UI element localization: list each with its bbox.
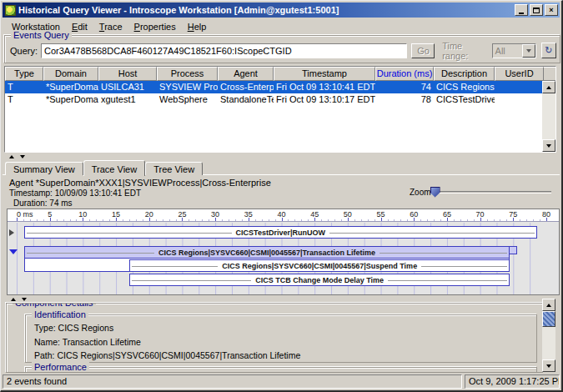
trace-bar-transaction-lifetime[interactable]: CICS Regions|SYSVC660|CSMI|0045567|Trans… <box>24 246 510 259</box>
axis-minor-tick <box>374 219 375 221</box>
axis-minor-tick <box>434 219 435 221</box>
minimize-button[interactable] <box>515 4 528 16</box>
tab-tree-view[interactable]: Tree View <box>145 162 203 175</box>
splitter-top[interactable] <box>3 153 560 160</box>
menu-item-trace[interactable]: Trace <box>93 20 128 33</box>
axis-tick <box>116 218 117 221</box>
axis-minor-tick <box>341 219 342 221</box>
agent-line: Agent *SuperDomain*XXX1|SYSVIEWProcess|C… <box>9 178 271 188</box>
cell-description: CICS Regions|SY... <box>434 81 495 93</box>
axis-minor-tick <box>76 219 77 221</box>
title-bar[interactable]: Historical Query Viewer - Introscope Wor… <box>3 3 560 18</box>
axis-tick-label: 0 ms <box>17 210 33 219</box>
axis-minor-tick <box>43 219 44 221</box>
scroll-up-button[interactable] <box>542 81 555 93</box>
go-button[interactable]: Go <box>411 43 435 58</box>
time-range-value: All <box>493 46 522 56</box>
zoom-slider[interactable] <box>432 191 551 193</box>
axis-minor-tick <box>328 219 329 221</box>
axis-tick <box>447 218 448 221</box>
axis-tick <box>17 218 18 221</box>
tab-trace-view[interactable]: Trace View <box>83 160 145 176</box>
scroll-down-button[interactable] <box>542 359 555 372</box>
splitter-bottom[interactable] <box>4 296 558 303</box>
table-body: T*SuperDomain*USILCA31SYSVIEW ProcessCro… <box>5 81 555 106</box>
collapse-up-button[interactable] <box>8 154 15 160</box>
axis-tick <box>50 218 51 221</box>
column-header-description[interactable]: Description <box>434 67 495 81</box>
app-window: Historical Query Viewer - Introscope Wor… <box>0 0 563 392</box>
table-row[interactable]: T*SuperDomain*USILCA31SYSVIEW ProcessCro… <box>5 81 555 93</box>
time-range-select[interactable]: All <box>492 43 536 58</box>
component-details-group: Component Details Identification Type: C… <box>6 303 543 373</box>
duration-line: Duration: 74 ms <box>13 199 73 208</box>
menu-bar: WorkstationEditTracePropertiesHelp <box>3 18 560 34</box>
column-header-agent[interactable]: Agent <box>218 67 274 81</box>
axis-minor-tick <box>143 219 143 221</box>
timeline-bars-area: CICSTestDriver|RunUOWCICS Regions|SYSVC6… <box>8 223 559 294</box>
arrow-down-icon <box>546 144 551 148</box>
events-query-group: Events Query Query: Go Time range: All ↻ <box>4 35 560 63</box>
axis-minor-tick <box>269 219 269 221</box>
column-header-duration-ms[interactable]: Duration (ms) <box>375 67 434 81</box>
maximize-button[interactable] <box>530 4 543 16</box>
axis-minor-tick <box>301 219 302 221</box>
cell-host: xgutest1 <box>98 93 157 106</box>
refresh-icon: ↻ <box>545 45 552 56</box>
menu-item-help[interactable]: Help <box>182 20 213 33</box>
axis-minor-tick <box>467 219 468 221</box>
axis-minor-tick <box>500 219 500 221</box>
column-header-timestamp[interactable]: Timestamp <box>274 67 375 81</box>
close-button[interactable]: × <box>545 4 558 16</box>
query-label: Query: <box>10 46 38 56</box>
axis-minor-tick <box>540 219 540 221</box>
scrollbar-thumb[interactable] <box>542 311 555 327</box>
table-row[interactable]: T*SuperDomain*xgutest1WebSphereStandalon… <box>5 93 555 106</box>
arrow-down-icon <box>546 364 551 368</box>
zoom-slider-thumb[interactable] <box>430 187 440 198</box>
query-tool-button[interactable]: ↻ <box>541 43 556 58</box>
column-header-type[interactable]: Type <box>5 67 43 81</box>
trace-bar-lifetime-notch[interactable] <box>510 246 517 254</box>
minimize-icon <box>519 13 524 14</box>
column-header-host[interactable]: Host <box>98 67 157 81</box>
table-header: TypeDomainHostProcessAgentTimestampDurat… <box>5 67 555 81</box>
collapse-up-button[interactable] <box>9 297 17 303</box>
trace-view-panel: Agent *SuperDomain*XXX1|SYSVIEWProcess|C… <box>3 174 560 374</box>
ruler-plot: 0 ms5101520253035404550556065707580 <box>17 209 546 221</box>
trace-timeline: 0 ms5101520253035404550556065707580 CICS… <box>7 209 560 295</box>
cell-domain: *SuperDomain* <box>43 81 98 93</box>
axis-minor-tick <box>321 219 322 221</box>
axis-minor-tick <box>242 219 243 221</box>
scroll-up-button[interactable] <box>542 299 555 311</box>
combo-arrow-button[interactable] <box>522 44 535 58</box>
timestamp-line: Timestamp: 10/09/09 13:10:41 EDT <box>9 188 141 198</box>
axis-minor-tick <box>506 219 507 221</box>
scroll-down-button[interactable] <box>542 139 555 152</box>
details-scrollbar[interactable] <box>542 299 555 372</box>
tab-summary-view[interactable]: Summary View <box>5 162 83 175</box>
column-header-userid[interactable]: UserID <box>495 67 544 81</box>
column-header-process[interactable]: Process <box>157 67 218 81</box>
collapse-down-button[interactable] <box>20 297 28 303</box>
arrow-up-icon <box>9 155 14 158</box>
identification-group: Identification Type: CICS Regions Name: … <box>25 314 537 363</box>
column-header-domain[interactable]: Domain <box>43 67 98 81</box>
axis-minor-tick <box>361 219 362 221</box>
query-input[interactable] <box>41 43 407 58</box>
axis-minor-tick <box>400 219 401 221</box>
cell-duration-ms: 78 <box>375 93 434 106</box>
axis-minor-tick <box>136 219 137 221</box>
collapsed-arrow-icon[interactable] <box>9 229 14 236</box>
cell-agent: StandaloneTest <box>218 93 274 106</box>
performance-label: Performance <box>32 362 89 372</box>
axis-tick <box>215 218 216 221</box>
trace-bar-run-uow[interactable]: CICSTestDriver|RunUOW <box>24 226 537 239</box>
trace-bar-suspend-time[interactable]: CICS Regions|SYSVC660|CSMI|0045567|Suspe… <box>129 259 510 272</box>
table-scrollbar[interactable] <box>542 81 555 152</box>
collapse-down-button[interactable] <box>18 154 26 160</box>
expanded-arrow-icon[interactable] <box>9 249 18 254</box>
trace-bar-tcb-change-mode[interactable]: CICS TCB Change Mode Delay Time <box>129 274 510 286</box>
cell-userid <box>495 93 544 106</box>
menu-item-properties[interactable]: Properties <box>128 20 182 33</box>
